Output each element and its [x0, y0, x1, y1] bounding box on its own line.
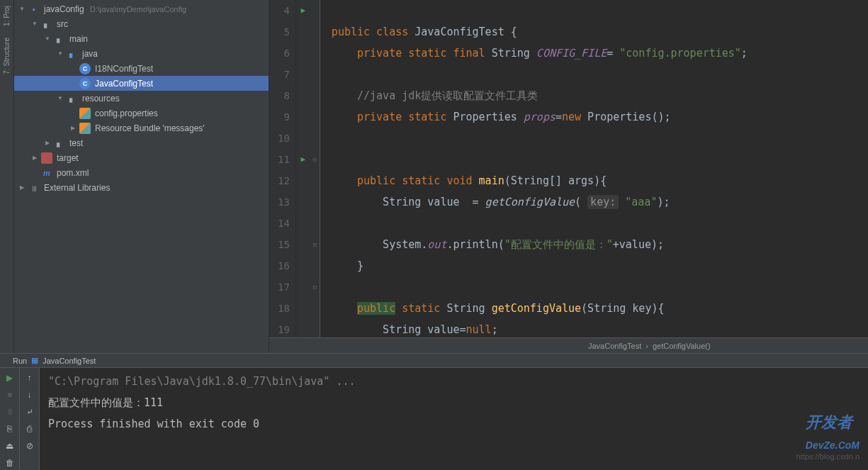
folder-test[interactable]: ▖test	[14, 135, 269, 150]
folder-icon: ▖	[54, 138, 65, 149]
tree-label: Resource Bundle 'messages'	[95, 123, 205, 133]
run-toolbar-secondary: ↑ ↓ ⤶ ⎙ ⊘	[20, 368, 40, 470]
line-number[interactable]: 16	[278, 255, 290, 276]
line-number[interactable]: 17	[278, 276, 290, 298]
resource-bundle-messages[interactable]: Resource Bundle 'messages'	[14, 121, 269, 135]
run-line-icon[interactable]: ▶	[296, 0, 310, 21]
run-panel-header[interactable]: Run ▦ JavaConfigTest	[0, 354, 868, 368]
run-label: Run	[13, 357, 27, 365]
tree-label: I18NConfigTest	[95, 64, 153, 74]
folder-icon: ▖	[54, 33, 65, 45]
run-line-icon[interactable]: ▶	[296, 149, 310, 170]
tree-arrow-icon[interactable]	[31, 21, 38, 28]
console-line: Process finished with exit code 0	[48, 413, 859, 435]
line-number[interactable]: 11	[278, 149, 290, 170]
fold-icon[interactable]: ⊟	[310, 149, 320, 170]
folder-icon: ▖	[67, 93, 78, 104]
lib-icon: ⫼	[28, 182, 40, 194]
pause-button[interactable]: ⏸	[3, 405, 17, 419]
folder-target[interactable]: target	[14, 150, 269, 165]
tree-arrow-icon[interactable]	[18, 184, 26, 191]
console-command: "C:\Program Files\Java\jdk1.8.0_77\bin\j…	[48, 371, 859, 392]
code-editor[interactable]: public class JavaConfigTest { private st…	[320, 0, 868, 337]
file-config-properties[interactable]: config.properties	[14, 106, 269, 121]
folder-resources[interactable]: ▖resources	[14, 91, 269, 106]
tree-label: javaConfig	[44, 4, 84, 14]
folder-icon: ▖	[41, 18, 52, 30]
tree-label: target	[57, 153, 79, 163]
line-number-gutter[interactable]: 45678910111213141516171819	[269, 0, 296, 337]
console-line: 配置文件中的值是：111	[48, 392, 859, 413]
stop-button[interactable]: ■	[3, 388, 17, 402]
tree-label: config.properties	[95, 108, 158, 118]
tree-arrow-icon[interactable]	[31, 155, 38, 162]
file-javaconfigtest[interactable]: CJavaConfigTest	[14, 76, 269, 91]
folder-icon: ▖	[67, 48, 78, 60]
exit-button[interactable]: ⏏	[3, 439, 17, 453]
line-number[interactable]: 13	[278, 191, 290, 213]
tree-arrow-icon[interactable]	[57, 50, 64, 57]
folder-java[interactable]: ▖java	[14, 46, 269, 61]
breadcrumb-item[interactable]: JavaConfigTest	[588, 342, 641, 350]
props-icon	[79, 108, 91, 119]
tree-arrow-icon[interactable]	[44, 35, 51, 43]
trash-button[interactable]: 🗑	[3, 456, 17, 470]
scroll-down-button[interactable]: ↓	[23, 388, 37, 402]
line-number[interactable]: 12	[278, 170, 290, 191]
project-tree[interactable]: ▪javaConfigD:\java\myDemo\javaConfig▖src…	[14, 0, 269, 353]
line-number[interactable]: 6	[278, 43, 290, 64]
tree-arrow-icon[interactable]	[44, 140, 51, 147]
dump-threads-button[interactable]: ⎘	[3, 422, 17, 436]
tree-label: resources	[82, 94, 120, 103]
run-gutter[interactable]: ▶ ▶	[296, 0, 310, 337]
rerun-button[interactable]: ▶	[3, 371, 17, 385]
tree-label: java	[82, 49, 98, 59]
tree-arrow-icon[interactable]	[57, 95, 64, 102]
clear-button[interactable]: ⊘	[23, 439, 37, 453]
tree-label: main	[69, 34, 88, 44]
file-pom-xml[interactable]: mpom.xml	[14, 165, 269, 180]
javafile-icon: C	[79, 63, 91, 74]
fold-end-icon[interactable]: ⊡	[310, 234, 320, 255]
folder-src[interactable]: ▖src	[14, 16, 269, 31]
line-number[interactable]: 7	[278, 64, 290, 85]
tree-label: pom.xml	[57, 168, 89, 178]
line-number[interactable]: 10	[278, 128, 290, 149]
line-number[interactable]: 18	[278, 298, 290, 319]
tool-window-bar-left: 1: Proj 7: Structure	[0, 0, 14, 353]
module-icon: ▪	[28, 4, 40, 15]
path-hint: D:\java\myDemo\javaConfig	[90, 5, 186, 13]
tree-arrow-icon[interactable]	[18, 6, 26, 13]
console-output[interactable]: "C:\Program Files\Java\jdk1.8.0_77\bin\j…	[40, 368, 868, 470]
tree-arrow-icon[interactable]	[69, 125, 77, 132]
line-number[interactable]: 5	[278, 21, 290, 43]
tree-label: src	[57, 19, 68, 29]
external-libraries[interactable]: ⫼External Libraries	[14, 180, 269, 195]
scroll-up-button[interactable]: ↑	[23, 371, 37, 385]
print-button[interactable]: ⎙	[23, 422, 37, 436]
line-number[interactable]: 8	[278, 85, 290, 106]
editor-area: 45678910111213141516171819 ▶ ▶ ⊟ ⊡ ⊟ pub…	[269, 0, 868, 353]
run-config-icon: ▦	[31, 356, 38, 365]
breadcrumb: JavaConfigTest › getConfigValue()	[269, 337, 868, 353]
soft-wrap-button[interactable]: ⤶	[23, 405, 37, 419]
watermark-url: https://blog.csdn.n	[796, 446, 859, 467]
line-number[interactable]: 9	[278, 106, 290, 128]
tree-label: External Libraries	[44, 183, 110, 193]
props-icon	[79, 123, 91, 134]
fold-icon[interactable]: ⊟	[310, 276, 320, 298]
folder-main[interactable]: ▖main	[14, 31, 269, 46]
tool-tab-structure[interactable]: 7: Structure	[1, 35, 12, 77]
run-toolbar-primary: ▶ ■ ⏸ ⎘ ⏏ 🗑	[0, 368, 20, 470]
line-number[interactable]: 14	[278, 213, 290, 234]
line-number[interactable]: 15	[278, 234, 290, 255]
fold-gutter[interactable]: ⊟ ⊡ ⊟	[310, 0, 320, 337]
line-number[interactable]: 4	[278, 0, 290, 21]
breadcrumb-item[interactable]: getConfigValue()	[653, 342, 711, 350]
tree-label: test	[69, 138, 83, 148]
project-root[interactable]: ▪javaConfigD:\java\myDemo\javaConfig	[14, 1, 269, 16]
file-i18nconfigtest[interactable]: CI18NConfigTest	[14, 61, 269, 76]
line-number[interactable]: 19	[278, 319, 290, 337]
run-config-name: JavaConfigTest	[43, 357, 96, 365]
tool-tab-project[interactable]: 1: Proj	[1, 3, 12, 29]
